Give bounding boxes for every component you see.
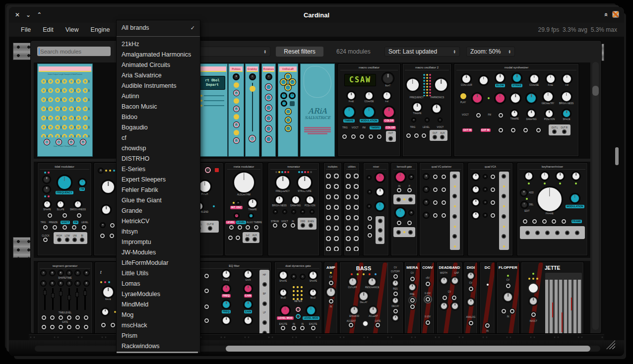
fader[interactable] <box>52 288 54 310</box>
menu-item-brand[interactable]: mscHack <box>117 320 200 331</box>
module-dual-dynamics-gate[interactable]: dual dynamics gate SHAPE SHAPE MOD METER… <box>275 262 321 333</box>
menu-item-all-brands[interactable]: All brands ✓ <box>117 22 200 34</box>
module-aria-signature[interactable]: ARiA SALVATRiCE <box>301 64 334 156</box>
menu-item-brand[interactable]: MindMeld <box>117 300 200 310</box>
button[interactable] <box>291 274 296 279</box>
fader[interactable] <box>84 288 86 310</box>
module-flopper[interactable]: FLOPPER CV IN <box>497 262 519 333</box>
fader[interactable] <box>60 288 62 310</box>
module-quad-vc-polarizer[interactable]: quad VC-polarizer <box>420 163 463 255</box>
slider-handle[interactable] <box>250 86 255 92</box>
module-bernoulli-gate[interactable]: bernoulli gate IN P <box>391 163 417 255</box>
lock-button[interactable] <box>290 101 295 106</box>
menu-file[interactable]: File <box>21 26 31 33</box>
menu-item-brand[interactable]: Aria Salvatrice <box>117 70 200 81</box>
menu-item-brand[interactable]: HetrickCV <box>117 216 200 227</box>
menu-item-brand[interactable]: 21kHz <box>117 39 200 50</box>
module-deadband[interactable]: DEADBAND WIDTH GAP CV <box>437 262 462 333</box>
menu-item-brand[interactable]: LifeFormModular <box>117 258 200 268</box>
module-keyframer-mixer[interactable]: keyframer/mixer ADD DEL EDIT FRAME MOD <box>517 163 587 255</box>
zoom-dropdown[interactable]: Zoom: 50% ▲ ▼ <box>466 47 515 57</box>
module-undular[interactable]: UnDuLaR <box>278 64 298 156</box>
menu-scroll-indicator[interactable] <box>117 352 198 353</box>
module-segment-generator[interactable]: segment generator SHAPE/TIME <box>38 262 92 333</box>
button[interactable] <box>409 210 414 215</box>
module-mera[interactable]: MERA CV PRE <box>405 262 420 333</box>
module-jette[interactable]: JETTE IN/OCT <box>521 262 583 333</box>
fader[interactable] <box>44 288 46 310</box>
slider-track[interactable] <box>252 83 253 131</box>
menu-item-brand[interactable]: Prism <box>117 331 200 341</box>
menu-item-brand[interactable]: Bidoo <box>117 112 200 122</box>
menu-item-brand[interactable]: JW-Modules <box>117 247 200 258</box>
menu-item-brand[interactable]: LyraeModules <box>117 289 200 300</box>
module-pokies[interactable]: Pokies <box>229 64 244 156</box>
rack-vertical-scrollbar-thumb[interactable] <box>615 147 619 165</box>
menu-item-brand[interactable]: DISTRHO <box>117 154 200 164</box>
search-input[interactable] <box>37 47 111 56</box>
browser-vertical-scrollbar[interactable] <box>592 62 599 330</box>
menu-item-brand[interactable]: Grande <box>117 206 200 216</box>
module-amp[interactable]: AMP CV IN <box>324 262 337 333</box>
module-multiples[interactable]: multiples <box>324 163 341 255</box>
button[interactable] <box>409 175 414 180</box>
button[interactable] <box>363 321 368 326</box>
menu-item-brand[interactable]: Fehler Fabrik <box>117 185 200 195</box>
fader[interactable] <box>68 288 70 310</box>
sort-dropdown[interactable]: Sort: Last updated ▲ ▼ <box>384 47 460 57</box>
menu-item-brand[interactable]: E-Series <box>117 164 200 175</box>
module-dc[interactable]: DC IN <box>480 262 495 333</box>
menu-item-brand[interactable]: Autinn <box>117 91 200 102</box>
shade-icon[interactable]: « <box>603 13 610 16</box>
browser-vertical-scrollbar-thumb[interactable] <box>592 86 599 96</box>
menu-view[interactable]: View <box>65 26 79 33</box>
module-mixer[interactable]: mixer <box>364 163 388 255</box>
menu-item-brand[interactable]: Audible Instruments <box>117 81 200 91</box>
menu-item-brand[interactable]: Little Utils <box>117 268 200 279</box>
module-modal-synthesizer[interactable]: modal synthesizer CONTOUR BLOW STRIKE CO… <box>454 64 578 156</box>
button[interactable] <box>528 283 539 294</box>
jack <box>426 282 430 286</box>
module-eq-filter[interactable]: EQ filter FREQ GAIN FREQ GAIN <box>197 262 271 333</box>
add-button[interactable] <box>520 189 527 196</box>
module-resonator[interactable]: resonator FREQUENCY STRUCTURE BRIGHTNESS… <box>268 163 319 255</box>
module-macro-oscillator[interactable]: macro oscillator CSAW EDIT FINE COARSE F… <box>338 64 400 156</box>
module-aria-grid[interactable]: Gates Output Length Sample & Hold Fortun… <box>38 64 92 156</box>
del-button[interactable] <box>521 201 528 208</box>
menu-item-brand[interactable]: Bacon Music <box>117 102 200 112</box>
menu-item-brand[interactable]: cf <box>117 133 200 143</box>
menu-item-brand[interactable]: Animated Circuits <box>117 60 200 70</box>
menu-item-brand[interactable]: Lomas <box>117 279 200 289</box>
button[interactable] <box>300 274 305 279</box>
module-meta-modulator[interactable]: meta modulator ALGORITHM INT. OSC TIMBRE… <box>225 163 262 255</box>
app-icon[interactable] <box>612 11 619 18</box>
module-macro-oscillator-2[interactable]: macro oscillator 2 FREQUENCY HARMONICS T… <box>403 64 451 156</box>
module-bass[interactable]: BASS CUTOFF RESONANCE DECAY ENVMOD ACCEN… <box>340 262 403 333</box>
menu-item-brand[interactable]: Amalgamated Harmonics <box>117 50 200 60</box>
menu-item-brand[interactable]: Impromptu <box>117 237 200 247</box>
menu-item-brand[interactable]: chowdsp <box>117 143 200 154</box>
menu-engine[interactable]: Engine <box>91 26 110 33</box>
module-digi[interactable]: DIGI CV ANALOG <box>464 262 477 333</box>
module-arcane[interactable]: rt Obol Depart <box>197 64 227 156</box>
jack <box>204 318 209 323</box>
module-tidal-modulator[interactable]: tidal modulator FREQUENCY FM SHAPE SLOPE… <box>38 163 91 255</box>
module-quad-vca[interactable]: quad VCA <box>468 163 512 255</box>
module-rotatoes[interactable]: Rotatoes <box>262 64 275 156</box>
menu-edit[interactable]: Edit <box>43 26 54 33</box>
module-grabby[interactable]: Grabby <box>246 64 259 156</box>
menu-item-brand[interactable]: ihtsyn <box>117 227 200 237</box>
search-field[interactable] <box>37 47 111 57</box>
menu-item-brand[interactable]: Glue the Giant <box>117 195 200 206</box>
menu-item-brand[interactable]: Mog <box>117 310 200 320</box>
horizontal-scrollbar-thumb[interactable] <box>226 346 590 352</box>
jack <box>396 197 401 202</box>
fader[interactable] <box>76 288 78 310</box>
menu-item-brand[interactable]: Rackwindows <box>117 341 200 352</box>
reset-filters-button[interactable]: Reset filters <box>276 47 323 57</box>
menu-item-brand[interactable]: Expert Sleepers <box>117 175 200 185</box>
module-utilities[interactable]: utilities <box>344 163 359 255</box>
play-button[interactable] <box>459 92 467 100</box>
module-conv[interactable]: CONV +5V 0-10V 0-10V <box>421 262 434 333</box>
menu-item-brand[interactable]: Bogaudio <box>117 122 200 133</box>
